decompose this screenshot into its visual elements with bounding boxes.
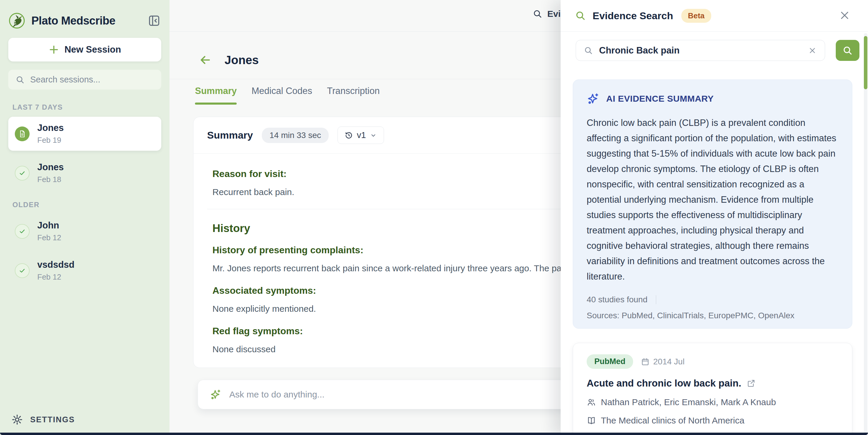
version-dropdown[interactable]: v1 — [338, 127, 384, 144]
session-item-john-feb12[interactable]: John Feb 12 — [8, 214, 161, 248]
result-authors: Nathan Patrick, Eric Emanski, Mark A Kna… — [601, 397, 776, 407]
summary-card-title: Summary — [207, 129, 253, 141]
document-icon — [15, 127, 30, 141]
result-title-link[interactable]: Acute and chronic low back pain. — [587, 378, 741, 389]
session-date: Feb 18 — [37, 175, 64, 184]
ai-summary-meta: 40 studies found — [587, 295, 838, 304]
source-badge: PubMed — [587, 354, 633, 369]
calendar-icon — [641, 357, 650, 366]
authors-icon — [587, 398, 596, 407]
new-session-label: New Session — [64, 44, 121, 55]
sidebar-header: Plato Medscribe — [8, 11, 161, 30]
app-title: Plato Medscribe — [31, 14, 147, 27]
tab-transcription[interactable]: Transcription — [327, 86, 379, 105]
evidence-search-row — [576, 40, 860, 61]
history-icon — [344, 131, 353, 140]
plus-icon — [49, 44, 59, 55]
session-item-vsdsdsd-feb12[interactable]: vsdsdsd Feb 12 — [8, 254, 161, 288]
gear-icon — [11, 414, 23, 426]
page-title: Jones — [224, 54, 259, 67]
sparkles-icon — [210, 389, 222, 400]
evidence-panel-title: Evidence Search — [593, 10, 673, 22]
session-title: Jones — [37, 123, 64, 133]
session-item-jones-feb18[interactable]: Jones Feb 18 — [8, 156, 161, 190]
window-bottom-edge — [0, 433, 868, 435]
panel-scrollbar-track[interactable] — [864, 33, 867, 435]
check-icon — [15, 263, 30, 278]
version-label: v1 — [357, 130, 366, 140]
ask-anything-input[interactable] — [229, 390, 555, 400]
session-date: Feb 12 — [37, 272, 74, 281]
section-label-older: OLDER — [8, 201, 161, 209]
session-header: Jones — [198, 53, 259, 67]
collapse-sidebar-icon[interactable] — [147, 13, 161, 28]
panel-scrollbar-thumb[interactable] — [864, 36, 867, 89]
evidence-search-panel: Evidence Search Beta — [561, 0, 868, 435]
evidence-search-input[interactable] — [599, 45, 802, 56]
result-date-label: 2014 Jul — [653, 357, 685, 366]
result-title-row: Acute and chronic low back pain. — [587, 378, 838, 389]
check-icon — [15, 224, 30, 239]
evidence-search-field — [576, 40, 825, 61]
settings-label: SETTINGS — [30, 415, 75, 424]
external-link-icon[interactable] — [747, 379, 755, 388]
tab-bar: Summary Medical Codes Transcription — [195, 86, 379, 105]
studies-found-count: 40 studies found — [587, 295, 648, 304]
ai-summary-sources: Sources: PubMed, ClinicalTrials, EuropeP… — [587, 311, 838, 320]
settings-button[interactable]: SETTINGS — [11, 414, 75, 426]
session-date: Feb 19 — [37, 136, 64, 145]
result-journal-row: The Medical clinics of North America — [587, 415, 838, 426]
result-journal: The Medical clinics of North America — [601, 415, 744, 426]
check-icon — [15, 166, 30, 180]
ai-summary-header: AI EVIDENCE SUMMARY — [587, 92, 838, 105]
search-sessions-input[interactable] — [30, 75, 154, 85]
back-arrow-icon[interactable] — [198, 53, 212, 67]
sidebar: Plato Medscribe New Session — [0, 0, 169, 435]
evidence-result-card: PubMed 2014 Jul Acute and chronic low ba… — [573, 343, 852, 435]
session-item-jones-feb19[interactable]: Jones Feb 19 — [8, 117, 161, 151]
tab-summary[interactable]: Summary — [195, 86, 237, 105]
app-logo-bird-icon — [8, 12, 26, 29]
result-date: 2014 Jul — [641, 357, 685, 366]
session-search — [8, 70, 161, 90]
search-submit-button[interactable] — [836, 40, 860, 61]
session-title: Jones — [37, 162, 64, 173]
session-title: vsdsdsd — [37, 260, 74, 270]
session-title: John — [37, 220, 61, 231]
beta-badge: Beta — [681, 9, 711, 23]
meta-divider — [656, 295, 656, 304]
close-icon[interactable] — [838, 9, 851, 22]
result-meta-row: PubMed 2014 Jul — [587, 354, 838, 369]
search-icon — [575, 10, 586, 21]
ai-summary-heading: AI EVIDENCE SUMMARY — [606, 94, 714, 104]
app-window: Plato Medscribe New Session — [0, 0, 868, 435]
ai-evidence-summary-card: AI EVIDENCE SUMMARY Chronic low back pai… — [573, 79, 852, 329]
search-icon — [532, 9, 542, 19]
session-date: Feb 12 — [37, 233, 61, 242]
chevron-down-icon — [370, 132, 377, 139]
evidence-panel-header: Evidence Search Beta — [561, 0, 868, 32]
tab-medical-codes[interactable]: Medical Codes — [251, 86, 312, 105]
search-icon — [16, 75, 25, 85]
section-label-last7days: LAST 7 DAYS — [8, 103, 161, 111]
result-authors-row: Nathan Patrick, Eric Emanski, Mark A Kna… — [587, 397, 838, 407]
book-icon — [587, 416, 596, 425]
sparkles-icon — [587, 92, 600, 105]
ai-summary-text: Chronic low back pain (CLBP) is a preval… — [587, 115, 838, 284]
duration-badge: 14 min 33 sec — [262, 128, 329, 143]
new-session-button[interactable]: New Session — [8, 38, 161, 62]
clear-search-icon[interactable] — [808, 46, 817, 55]
search-icon — [584, 46, 593, 55]
